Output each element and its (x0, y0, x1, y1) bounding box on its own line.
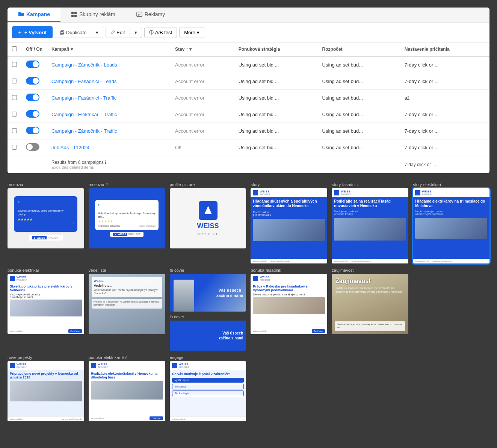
stav-label: Stav (175, 47, 184, 52)
campaign-name-link[interactable]: Campaign - Fasádnici - Leads (51, 79, 116, 84)
asset-label: profile-picture (170, 182, 246, 187)
weiss-header: WEISS PROJEKT (170, 361, 246, 370)
edit-dropdown-button[interactable]: ▾ (130, 27, 142, 38)
weiss-header: WEISS PROJEKT (251, 188, 327, 197)
campaign-toggle[interactable] (26, 143, 39, 151)
nastavenie-label: Nastavenie pričítania (405, 47, 450, 52)
asset-thumb[interactable]: Váš úspechzačína s nami (170, 321, 246, 351)
campaign-manager-panel: Kampane Skupiny reklám Reklamy ＋ + Vytvo… (8, 8, 489, 173)
tab-kampane[interactable]: Kampane (8, 8, 60, 22)
more-button[interactable]: More ▾ (179, 27, 204, 38)
campaign-name-link[interactable]: Campaign - Zámočník - Leads (51, 62, 117, 68)
weiss-logo-icon (253, 190, 258, 195)
weiss-subtext: PROJEKT (98, 366, 108, 368)
asset-thumb[interactable]: WEISS PROJEKT Podieľajte sa na realizáci… (332, 188, 408, 263)
duplicate-icon (60, 30, 65, 35)
weiss-subtext: PROJEKT (422, 193, 432, 195)
asset-thumb[interactable]: WEISS Vedeli ste... vetrená fasáda patrí… (89, 274, 165, 334)
nastavenie-cell: až (400, 90, 489, 106)
row-checkbox[interactable] (12, 62, 17, 67)
edit-button[interactable]: Edit (106, 27, 129, 38)
asset-label: engage (170, 355, 246, 360)
asset-label: recenzia-2 (89, 182, 165, 187)
results-nastavenie: 7-day click or ... (400, 156, 489, 174)
campaign-name-cell: Campaign - Zámočník - Leads (47, 56, 171, 73)
row-checkbox-cell (8, 73, 21, 90)
status-cell: Off (171, 139, 234, 156)
asset-label: vedeli ste (89, 268, 165, 272)
campaign-toggle[interactable] (26, 110, 39, 118)
row-checkbox[interactable] (12, 79, 17, 83)
duplicate-group: Duplicate ▾ (55, 27, 103, 38)
duplicate-dropdown-button[interactable]: ▾ (91, 27, 103, 38)
tab-reklamy[interactable]: Reklamy (126, 8, 175, 22)
row-checkbox[interactable] (12, 145, 17, 150)
nav-tabs: Kampane Skupiny reklám Reklamy (8, 8, 489, 23)
asset-thumb[interactable]: WEISS PROJEKT Realizácie elektroinštalác… (89, 361, 165, 421)
asset-thumb[interactable]: WEISS PROJEKT Čo vás motivuje k práci v … (170, 361, 246, 421)
campaign-name-link[interactable]: Campaign - Zámočník - Traffic (51, 128, 117, 134)
kampan-header[interactable]: Kampaň ▾ (47, 42, 171, 56)
rozpocet-cell: Using ad set bud... (318, 106, 400, 123)
campaign-name-link[interactable]: Campaign - Elektrikári - Traffic (51, 112, 117, 117)
asset-card: story-elektrikari WEISS PROJEKT Hľadáme … (413, 182, 489, 263)
kampan-label: Kampaň (51, 47, 69, 52)
weiss-subtext: PROJEKT (260, 193, 270, 195)
campaign-name-cell: Job Ads - 112024 (47, 139, 171, 156)
toggle-cell (21, 90, 47, 106)
svg-rect-3 (74, 15, 77, 17)
weiss-logo-icon (253, 276, 258, 281)
status-cell: Account error (171, 90, 234, 106)
row-checkbox[interactable] (12, 128, 17, 133)
duplicate-label: Duplicate (66, 30, 86, 35)
campaign-toggle[interactable] (26, 77, 39, 85)
weiss-subtext: PROJEKT (179, 366, 189, 368)
asset-thumb[interactable]: WEISS PROJEKT Hľadáme skúsených a spoľah… (251, 188, 327, 263)
nastavenie-cell: 7-day click or ... (400, 73, 489, 90)
ab-test-label: A/B test (155, 30, 172, 35)
asset-thumb[interactable]: " Skvelá spolupráca, veľmi profesionálny… (8, 188, 84, 248)
status-cell: Account error (171, 106, 234, 123)
asset-card: story-fasadnici WEISS PROJEKT Podieľajte… (332, 182, 408, 263)
campaign-name-link[interactable]: Job Ads - 112024 (51, 145, 89, 150)
asset-thumb[interactable]: WEISS PROJEKT (170, 188, 246, 248)
ponukova-cell: Using ad set bid ... (234, 106, 318, 123)
ponukova-cell: Using ad set bid ... (234, 56, 318, 73)
select-all-checkbox[interactable] (12, 46, 17, 51)
asset-label: story (251, 182, 327, 187)
row-checkbox[interactable] (12, 95, 17, 100)
campaign-toggle[interactable] (26, 61, 39, 68)
create-button[interactable]: ＋ + Vytvoriť (12, 26, 53, 38)
edit-icon (110, 30, 115, 35)
asset-thumb[interactable]: WEISS PROJEKT Práca v Rakúsku pre fasádn… (251, 274, 327, 334)
rozpocet-cell: Using ad set bud... (318, 73, 400, 90)
duplicate-button[interactable]: Duplicate (55, 27, 91, 38)
ab-test-button[interactable]: A/B test (144, 27, 177, 38)
asset-thumb[interactable]: WEISS PROJEKT Skvelá ponuka práce pre el… (8, 274, 84, 334)
weiss-logo-text: WEISS (179, 363, 189, 366)
asset-thumb[interactable]: Váš úspechzačína s nami (170, 274, 246, 312)
asset-card: zaujimavost Zaujímavosť Každý rok modern… (332, 268, 408, 351)
tab-skupiny[interactable]: Skupiny reklám (60, 8, 126, 22)
weiss-logo-text: WEISS (17, 275, 27, 279)
asset-label: zaujimavost (332, 268, 408, 272)
tab-reklamy-label: Reklamy (145, 11, 165, 17)
weiss-header: WEISS PROJEKT (332, 188, 408, 197)
asset-thumb[interactable]: WEISS PROJEKT Hľadáme elektrikárov na tr… (413, 188, 489, 263)
weiss-header: WEISS PROJEKT (8, 361, 84, 370)
row-checkbox[interactable] (12, 112, 17, 117)
campaigns-table: Off / On Kampaň ▾ Stav ↑ ▾ Ponuková stra… (8, 42, 489, 173)
stav-header[interactable]: Stav ↑ ▾ (171, 42, 234, 56)
rozpocet-header: Rozpočet (318, 42, 400, 56)
svg-rect-6 (61, 30, 64, 33)
campaign-toggle[interactable] (26, 94, 39, 101)
status-cell: Account error (171, 123, 234, 139)
asset-thumb[interactable]: WEISS PROJEKT Pripravujeme nové projekty… (8, 361, 84, 421)
campaign-toggle[interactable] (26, 127, 39, 134)
toggle-cell (21, 139, 47, 156)
rozpocet-cell: Using ad set bud... (318, 56, 400, 73)
asset-thumb[interactable]: Zaujímavosť Každý rok moderné strešné fó… (332, 274, 408, 334)
asset-thumb[interactable]: " Veľmi kvalitné spracovanie fasád a pro… (89, 188, 165, 248)
campaign-name-link[interactable]: Campaign - Fasádnici - Traffic (51, 95, 116, 101)
asset-card: ponuka-elektrikar-V2 WEISS PROJEKT Reali… (89, 355, 165, 421)
